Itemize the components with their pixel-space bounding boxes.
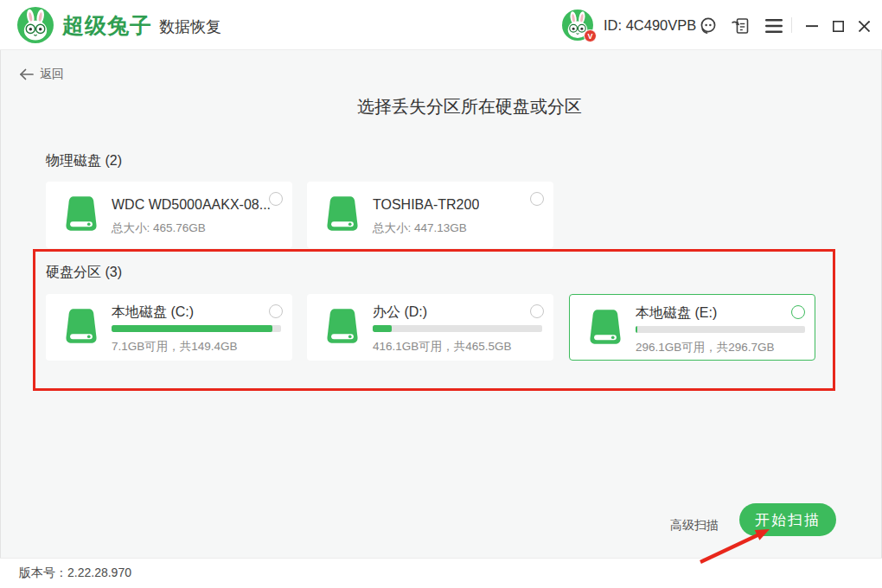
app-logo-rabbit-icon [17, 7, 54, 43]
disk-size: 总大小: 465.76GB [112, 220, 206, 236]
close-button[interactable] [853, 15, 875, 37]
titlebar-divider [791, 17, 792, 33]
brand-name: 超级兔子 [62, 11, 152, 40]
titlebar: 超级兔子 数据恢复 V ID: 4C490VPB [0, 0, 882, 50]
minimize-icon [806, 20, 818, 32]
partition-card-c[interactable]: 本地磁盘 (C:) 7.1GB可用，共149.4GB [46, 294, 292, 361]
close-icon [859, 21, 870, 32]
maximize-button[interactable] [827, 15, 849, 37]
radio-button[interactable] [269, 192, 283, 206]
usage-bar [373, 325, 542, 332]
user-avatar[interactable]: V [562, 10, 593, 41]
hard-drive-icon [61, 305, 101, 348]
hard-drive-icon [323, 193, 362, 235]
back-button[interactable]: 返回 [19, 67, 64, 82]
disk-name: WDC WD5000AAKX-08... [112, 197, 271, 213]
back-arrow-icon [19, 68, 34, 80]
vip-badge: V [584, 29, 597, 42]
hard-drive-icon [323, 305, 362, 348]
radio-button[interactable] [530, 192, 544, 206]
main-menu-button[interactable] [763, 15, 785, 37]
disk-size: 总大小: 447.13GB [373, 220, 467, 236]
physical-disks-section-label: 物理磁盘 (2) [46, 152, 122, 170]
brand-suffix: 数据恢复 [159, 14, 221, 37]
usage-bar [636, 326, 805, 333]
partition-card-d[interactable]: 办公 (D:) 416.1GB可用，共465.5GB [307, 294, 553, 361]
hamburger-menu-icon [765, 18, 783, 34]
partition-usage: 416.1GB可用，共465.5GB [373, 339, 512, 355]
partition-name: 本地磁盘 (E:) [636, 304, 717, 323]
app-brand: 超级兔子 数据恢复 [62, 0, 221, 50]
partition-name: 本地磁盘 (C:) [112, 304, 194, 322]
partition-usage: 296.1GB可用，共296.7GB [636, 340, 775, 355]
customer-service-button[interactable] [697, 15, 719, 37]
page-title: 选择丢失分区所在硬盘或分区 [357, 95, 582, 118]
minimize-button[interactable] [801, 15, 823, 37]
advanced-scan-button[interactable]: 高级扫描 [670, 518, 719, 534]
disk-card-toshiba[interactable]: TOSHIBA-TR200 总大小: 447.13GB [307, 182, 553, 248]
version-label: 版本号：2.22.28.970 [19, 566, 131, 581]
radio-button[interactable] [269, 304, 283, 318]
partitions-section-label: 硬盘分区 (3) [46, 264, 122, 282]
start-scan-button[interactable]: 开始扫描 [739, 503, 836, 536]
disk-card-wdc[interactable]: WDC WD5000AAKX-08... 总大小: 465.76GB [46, 182, 292, 248]
footer: 版本号：2.22.28.970 [0, 558, 882, 588]
disk-name: TOSHIBA-TR200 [373, 197, 479, 213]
hard-drive-icon [585, 306, 625, 348]
back-label: 返回 [40, 67, 64, 82]
feedback-button[interactable] [730, 15, 752, 37]
partition-card-e[interactable]: 本地磁盘 (E:) 296.1GB可用，共296.7GB [569, 294, 815, 361]
headset-icon [698, 16, 719, 36]
radio-button[interactable] [791, 305, 805, 319]
user-id: ID: 4C490VPB [604, 0, 696, 50]
radio-button[interactable] [530, 304, 544, 318]
partition-name: 办公 (D:) [373, 304, 427, 322]
maximize-icon [833, 21, 844, 32]
partition-usage: 7.1GB可用，共149.4GB [112, 339, 238, 355]
hard-drive-icon [61, 193, 101, 235]
feedback-icon [731, 16, 751, 36]
usage-bar [112, 325, 281, 332]
